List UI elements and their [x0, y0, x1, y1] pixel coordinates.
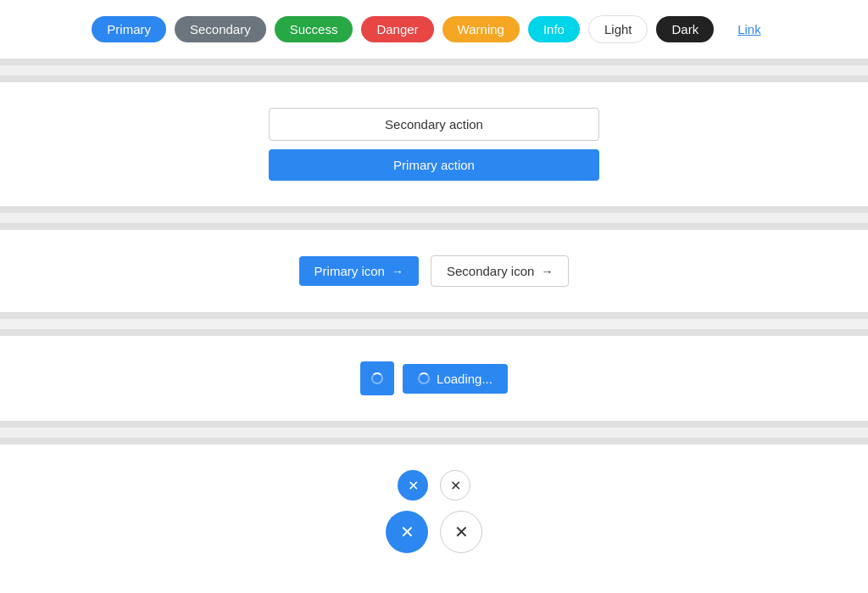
actions-section: Secondary action Primary action [0, 82, 868, 206]
pill-info-btn[interactable]: Info [528, 16, 580, 42]
pill-primary-btn[interactable]: Primary [92, 16, 166, 42]
close-icon-large-primary: ✕ [400, 522, 415, 542]
secondary-icon-label: Secondary icon [447, 264, 534, 278]
primary-action-button[interactable]: Primary action [269, 149, 599, 181]
primary-icon-label: Primary icon [314, 264, 385, 278]
divider-3 [0, 312, 868, 336]
secondary-arrow-icon: → [541, 265, 553, 278]
pill-danger-btn[interactable]: Danger [361, 16, 433, 42]
pill-link-btn[interactable]: Link [722, 16, 776, 42]
pill-dark-btn[interactable]: Dark [656, 16, 714, 42]
spinner-text-icon [418, 372, 430, 384]
pill-success-btn[interactable]: Success [275, 16, 353, 42]
circle-small-primary-button[interactable]: ✕ [398, 470, 428, 501]
circle-buttons-section: ✕ ✕ ✕ ✕ [0, 445, 868, 579]
primary-icon-button[interactable]: Primary icon → [299, 256, 419, 286]
circle-large-primary-button[interactable]: ✕ [386, 511, 428, 553]
spinner-icon [371, 372, 383, 384]
pill-light-btn[interactable]: Light [588, 15, 648, 43]
divider-4 [0, 421, 868, 445]
circle-small-secondary-button[interactable]: ✕ [440, 470, 470, 501]
icon-buttons-section: Primary icon → Secondary icon → [0, 230, 868, 312]
secondary-icon-button[interactable]: Secondary icon → [431, 255, 569, 287]
divider-2 [0, 206, 868, 230]
close-icon-small-secondary: ✕ [450, 478, 461, 494]
loading-text-button[interactable]: Loading... [403, 364, 508, 394]
pills-section: Primary Secondary Success Danger Warning… [0, 0, 868, 59]
close-icon-small-primary: ✕ [408, 478, 419, 494]
secondary-action-button[interactable]: Secondary action [269, 108, 599, 141]
primary-arrow-icon: → [392, 265, 403, 278]
close-icon-large-secondary: ✕ [454, 522, 469, 542]
divider-1 [0, 59, 868, 82]
circle-large-secondary-button[interactable]: ✕ [440, 511, 482, 553]
loading-icon-button[interactable] [360, 361, 394, 395]
pill-secondary-btn[interactable]: Secondary [175, 16, 266, 42]
pill-warning-btn[interactable]: Warning [442, 16, 520, 42]
loading-section: Loading... [0, 336, 868, 421]
circle-row-large: ✕ ✕ [386, 511, 482, 553]
loading-label: Loading... [437, 372, 492, 386]
circle-row-small: ✕ ✕ [398, 470, 470, 501]
